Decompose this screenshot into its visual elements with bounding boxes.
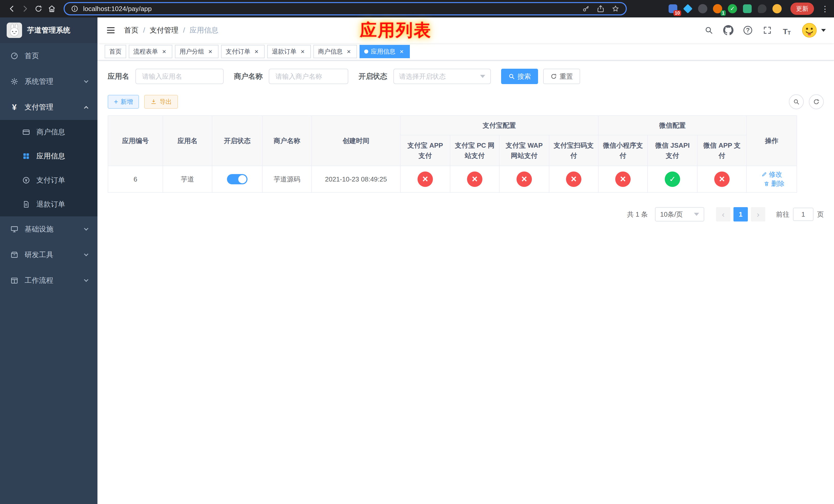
hamburger-icon[interactable]	[106, 25, 116, 36]
sidebar-subitem-merchant-info[interactable]: 商户信息	[0, 120, 97, 144]
user-menu[interactable]	[802, 23, 826, 38]
status-toggle[interactable]	[227, 174, 247, 184]
forward-icon[interactable]	[19, 2, 32, 15]
browser-menu-icon[interactable]: ⋮	[821, 4, 829, 13]
column-header: 应用编号	[108, 116, 163, 166]
cell-created-at: 2021-10-23 08:49:25	[312, 166, 400, 192]
tab-merchant-info[interactable]: 商户信息 ×	[313, 45, 357, 58]
cell-app-id: 6	[108, 166, 163, 192]
config-status-icon	[467, 171, 482, 187]
export-button[interactable]: 导出	[144, 95, 178, 109]
next-page-button[interactable]: ›	[751, 207, 765, 222]
refresh-table-button[interactable]	[809, 94, 824, 109]
goto-page: 前往 页	[776, 208, 824, 221]
help-icon[interactable]: ?	[742, 25, 753, 36]
close-icon[interactable]: ×	[398, 48, 405, 55]
column-header: 支付宝 PC 网站支付	[450, 135, 499, 166]
home-icon[interactable]	[45, 2, 59, 15]
reset-button[interactable]: 重置	[543, 69, 580, 84]
toggle-search-button[interactable]	[789, 94, 804, 109]
edit-link[interactable]: 修改	[761, 170, 782, 179]
browser-update-button[interactable]: 更新	[790, 3, 814, 15]
close-icon[interactable]: ×	[207, 48, 214, 55]
extension-icon[interactable]	[772, 4, 782, 14]
extension-icon[interactable]: ✓	[727, 4, 738, 14]
sidebar-item-devtools[interactable]: 研发工具	[0, 242, 97, 268]
sidebar-subitem-app-info[interactable]: 应用信息	[0, 144, 97, 168]
address-bar[interactable]: localhost:1024/pay/app	[64, 2, 627, 15]
config-status-icon	[418, 171, 433, 187]
toolbar-right	[789, 94, 824, 109]
sidebar-item-system[interactable]: 系统管理	[0, 69, 97, 94]
column-header: 支付宝 WAP 网站支付	[499, 135, 549, 166]
back-icon[interactable]	[5, 2, 19, 15]
tab-label: 流程表单	[133, 47, 158, 55]
extension-icon[interactable]	[757, 4, 767, 14]
extension-icon[interactable]	[742, 4, 752, 14]
share-icon[interactable]	[596, 5, 605, 13]
close-icon[interactable]: ×	[345, 48, 352, 55]
goto-page-input[interactable]	[793, 208, 813, 221]
merchant-name-input[interactable]	[269, 69, 348, 84]
filter-form: 应用名 商户名称 开启状态 请选择开启状态	[108, 69, 824, 84]
group-header-wechat: 微信配置	[598, 116, 747, 135]
close-icon[interactable]: ×	[160, 48, 168, 55]
fullscreen-icon[interactable]	[762, 25, 773, 36]
status-select[interactable]: 请选择开启状态	[393, 69, 491, 84]
sidebar-subitem-pay-order[interactable]: 支付订单	[0, 168, 97, 192]
tab-refund-order[interactable]: 退款订单 ×	[267, 45, 311, 58]
app-name-input[interactable]	[135, 69, 224, 84]
page-size-select[interactable]: 10条/页	[655, 207, 704, 222]
chevron-down-icon	[84, 79, 88, 83]
extension-icon[interactable]	[683, 4, 693, 14]
sidebar: 芋道管理系统 首页 系统管理 ¥	[0, 18, 97, 504]
delete-link[interactable]: 删除	[764, 179, 785, 188]
sidebar-item-workflow[interactable]: 工作流程	[0, 268, 97, 293]
sidebar-item-payment[interactable]: ¥ 支付管理	[0, 94, 97, 120]
github-icon[interactable]	[723, 25, 734, 36]
tab-pay-order[interactable]: 支付订单 ×	[221, 45, 265, 58]
site-info-icon[interactable]	[71, 5, 79, 13]
breadcrumb-home[interactable]: 首页	[124, 25, 138, 35]
search-icon	[508, 73, 515, 80]
tabs-bar: 首页 流程表单 × 用户分组 × 支付订单 × 退款订单 ×	[97, 43, 834, 61]
close-icon[interactable]: ×	[253, 48, 260, 55]
prev-page-button[interactable]: ‹	[716, 207, 730, 222]
page-number-button[interactable]: 1	[733, 207, 748, 222]
search-icon[interactable]	[703, 25, 715, 36]
extension-icon[interactable]: 1	[712, 4, 723, 14]
config-status-icon	[665, 171, 680, 187]
screen: localhost:1024/pay/app 10	[0, 0, 834, 504]
cell-merchant: 芋道源码	[262, 166, 312, 192]
tab-home[interactable]: 首页	[105, 45, 126, 58]
password-key-icon[interactable]	[581, 5, 590, 13]
url-text[interactable]: localhost:1024/pay/app	[83, 5, 577, 13]
add-button[interactable]: + 新增	[108, 95, 139, 109]
tab-process-form[interactable]: 流程表单 ×	[129, 45, 172, 58]
reload-icon[interactable]	[32, 2, 45, 15]
search-button[interactable]: 搜索	[501, 69, 538, 84]
table-row: 6 芋道 芋道源码 2021-10-23 08:49:25	[108, 166, 797, 192]
column-header: 创建时间	[312, 116, 400, 166]
tab-app-info[interactable]: 应用信息 ×	[359, 45, 410, 58]
column-header: 开启状态	[212, 116, 262, 166]
sidebar-item-home[interactable]: 首页	[0, 43, 97, 69]
font-size-icon[interactable]: TT	[781, 25, 792, 36]
extension-icon[interactable]	[698, 4, 708, 14]
sidebar-item-infrastructure[interactable]: 基础设施	[0, 216, 97, 242]
config-status-icon	[714, 171, 730, 187]
pagination: 共 1 条 10条/页 ‹ 1 › 前往 页	[108, 207, 824, 222]
tab-user-group[interactable]: 用户分组 ×	[175, 45, 219, 58]
breadcrumb-payment[interactable]: 支付管理	[150, 25, 178, 35]
extension-badge: 1	[721, 10, 726, 16]
page-size-value: 10条/页	[660, 210, 683, 219]
sidebar-logo[interactable]: 芋道管理系统	[0, 18, 97, 43]
close-icon[interactable]: ×	[299, 48, 306, 55]
extension-icon[interactable]: 10	[668, 4, 678, 14]
bookmark-star-icon[interactable]	[611, 5, 620, 13]
merchant-card-icon	[22, 128, 31, 136]
config-status-icon	[566, 171, 581, 187]
column-header: 微信 APP 支付	[697, 135, 747, 166]
sidebar-subitem-refund-order[interactable]: 退款订单	[0, 192, 97, 216]
sidebar-item-label: 系统管理	[25, 77, 53, 86]
